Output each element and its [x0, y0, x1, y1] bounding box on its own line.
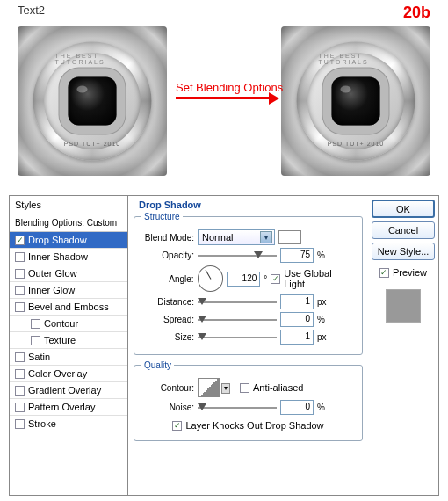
text2-label: Text2	[18, 4, 45, 17]
style-item-texture[interactable]: Texture	[10, 332, 127, 349]
size-input[interactable]: 1	[280, 330, 314, 345]
cancel-button[interactable]: Cancel	[372, 221, 435, 239]
style-checkbox[interactable]	[15, 269, 25, 279]
angle-label: Angle:	[141, 274, 194, 284]
noise-input[interactable]: 0	[280, 400, 314, 415]
size-slider[interactable]	[198, 331, 277, 344]
style-checkbox[interactable]	[15, 252, 25, 262]
style-checkbox[interactable]	[15, 302, 25, 312]
preview-label: Preview	[393, 267, 427, 278]
style-item-satin[interactable]: Satin	[10, 349, 127, 366]
distance-label: Distance:	[141, 297, 194, 307]
step-label: 20b	[403, 4, 430, 22]
style-checkbox[interactable]: ✓	[15, 236, 25, 245]
angle-unit: °	[264, 274, 267, 284]
knockout-checkbox[interactable]: ✓	[172, 421, 182, 431]
button-column: OK Cancel New Style... ✓ Preview	[368, 196, 438, 495]
style-item-pattern-overlay[interactable]: Pattern Overlay	[10, 399, 127, 416]
arrow-label: Set Blending Options	[176, 81, 283, 94]
opacity-label: Opacity:	[141, 250, 194, 260]
spread-slider[interactable]	[198, 314, 277, 326]
arrow-icon	[176, 97, 272, 99]
style-item-drop-shadow[interactable]: ✓Drop Shadow	[10, 232, 127, 249]
effect-settings: Drop Shadow Structure Blend Mode: Normal…	[128, 196, 368, 495]
style-label: Inner Glow	[28, 285, 75, 295]
ring-text-bottom: PSD TUT+ 2010	[328, 141, 384, 147]
shadow-color-swatch[interactable]	[278, 230, 301, 244]
style-checkbox[interactable]	[15, 369, 25, 379]
style-item-outer-glow[interactable]: Outer Glow	[10, 265, 127, 282]
camera-after: THE BEST TUTORIALS PSD TUT+ 2010	[281, 26, 430, 176]
angle-dial[interactable]	[198, 265, 224, 292]
style-checkbox[interactable]	[31, 319, 40, 329]
distance-unit: px	[317, 297, 327, 307]
style-label: Color Overlay	[28, 368, 87, 379]
camera-before: THE BEST TUTORIALS PSD TUT+ 2010	[18, 26, 167, 176]
blending-options-line[interactable]: Blending Options: Custom	[10, 214, 127, 232]
arrow-head-icon	[269, 92, 279, 105]
anti-aliased-checkbox[interactable]	[240, 383, 249, 393]
angle-input[interactable]: 120	[227, 272, 260, 287]
preview-checkbox[interactable]: ✓	[379, 268, 389, 278]
anti-aliased-label: Anti-aliased	[253, 382, 303, 393]
style-checkbox[interactable]	[31, 336, 40, 345]
style-item-bevel-and-emboss[interactable]: Bevel and Emboss	[10, 299, 127, 316]
new-style-button[interactable]: New Style...	[372, 243, 435, 260]
opacity-input[interactable]: 75	[280, 248, 314, 263]
style-label: Satin	[28, 352, 50, 362]
structure-legend: Structure	[141, 212, 183, 221]
knockout-label: Layer Knocks Out Drop Shadow	[185, 420, 323, 431]
styles-header[interactable]: Styles	[10, 196, 127, 214]
spread-unit: %	[317, 315, 325, 324]
style-item-color-overlay[interactable]: Color Overlay	[10, 366, 127, 382]
structure-group: Structure Blend Mode: Normal ▾ Opacity: …	[134, 212, 363, 355]
size-label: Size:	[141, 332, 194, 342]
global-light-checkbox[interactable]: ✓	[271, 274, 280, 284]
style-checkbox[interactable]	[15, 352, 25, 362]
chevron-down-icon: ▾	[260, 231, 272, 243]
ring-text-top: THE BEST TUTORIALS	[55, 53, 130, 65]
spread-input[interactable]: 0	[280, 312, 314, 327]
quality-group: Quality Contour: ▾ Anti-aliased Noise: 0…	[134, 360, 363, 441]
style-item-contour[interactable]: Contour	[10, 316, 127, 332]
style-checkbox[interactable]	[15, 386, 25, 396]
style-label: Gradient Overlay	[28, 385, 101, 396]
noise-label: Noise:	[141, 403, 194, 412]
opacity-slider[interactable]	[198, 250, 277, 262]
layer-style-dialog: Styles Blending Options: Custom ✓Drop Sh…	[9, 195, 439, 496]
style-item-inner-glow[interactable]: Inner Glow	[10, 282, 127, 299]
style-label: Outer Glow	[28, 268, 77, 279]
contour-label: Contour:	[141, 383, 194, 393]
style-label: Inner Shadow	[28, 251, 88, 262]
ok-button[interactable]: OK	[372, 200, 435, 218]
style-checkbox[interactable]	[15, 419, 25, 429]
blend-mode-select[interactable]: Normal ▾	[198, 229, 275, 245]
style-label: Bevel and Emboss	[28, 301, 109, 312]
distance-input[interactable]: 1	[280, 294, 314, 309]
noise-slider[interactable]	[198, 402, 277, 414]
style-label: Texture	[44, 335, 76, 345]
spread-label: Spread:	[141, 315, 194, 324]
ring-text-bottom: PSD TUT+ 2010	[64, 141, 120, 147]
chevron-down-icon: ▾	[221, 383, 230, 394]
quality-legend: Quality	[141, 360, 174, 370]
styles-list: Styles Blending Options: Custom ✓Drop Sh…	[10, 196, 128, 495]
style-item-inner-shadow[interactable]: Inner Shadow	[10, 249, 127, 265]
noise-unit: %	[317, 403, 325, 412]
style-checkbox[interactable]	[15, 403, 25, 412]
preview-swatch	[386, 289, 421, 323]
blend-mode-label: Blend Mode:	[141, 233, 194, 243]
style-checkbox[interactable]	[15, 286, 25, 295]
style-item-gradient-overlay[interactable]: Gradient Overlay	[10, 382, 127, 399]
style-label: Pattern Overlay	[28, 402, 95, 412]
style-label: Drop Shadow	[28, 235, 87, 245]
style-label: Contour	[44, 318, 78, 329]
distance-slider[interactable]	[198, 296, 277, 309]
section-title: Drop Shadow	[139, 200, 363, 210]
size-unit: px	[317, 332, 327, 342]
contour-picker[interactable]: ▾	[198, 378, 220, 397]
global-light-label: Use Global Light	[284, 268, 355, 289]
opacity-unit: %	[317, 250, 325, 260]
style-item-stroke[interactable]: Stroke	[10, 416, 127, 432]
ring-text-top: THE BEST TUTORIALS	[319, 53, 394, 65]
